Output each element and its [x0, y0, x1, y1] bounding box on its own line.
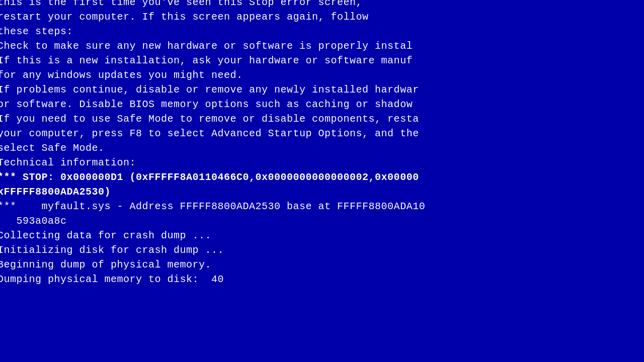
bsod-line-26: Initializing disk for crash dump ...	[0, 243, 425, 257]
bsod-line-9: If problems continue, disable or remove …	[0, 82, 425, 97]
bsod-line-22: 593a0a8c	[0, 214, 425, 228]
bsod-line-21: *** myfault.sys - Address FFFFF8800ADA25…	[0, 199, 425, 214]
bsod-screen: this is the first time you've seen this …	[0, 0, 644, 362]
bsod-line-15: Technical information:	[0, 155, 425, 170]
bsod-line-10: or software. Disable BIOS memory options…	[0, 97, 425, 112]
bsod-text-block: this is the first time you've seen this …	[0, 0, 425, 287]
bsod-line-2: restart your computer. If this screen ap…	[0, 10, 425, 24]
bsod-line-12: your computer, press F8 to select Advanc…	[0, 126, 425, 141]
bsod-line-11: If you need to use Safe Mode to remove o…	[0, 112, 425, 126]
bsod-line-18: xFFFFF8800ADA2530)	[0, 185, 425, 199]
bsod-line-17: *** STOP: 0x000000D1 (0xFFFFF8A0110466C0…	[0, 170, 425, 185]
bsod-line-1: this is the first time you've seen this …	[0, 0, 425, 10]
bsod-line-5: Check to make sure any new hardware or s…	[0, 39, 425, 53]
bsod-line-25: Collecting data for crash dump ...	[0, 228, 425, 243]
bsod-line-6: If this is a new installation, ask your …	[0, 53, 425, 68]
bsod-line-13: select Safe Mode.	[0, 141, 425, 155]
bsod-line-7: for any windows updates you might need.	[0, 68, 425, 82]
bsod-line-3: these steps:	[0, 24, 425, 39]
bsod-line-27: Beginning dump of physical memory.	[0, 257, 425, 272]
bsod-line-28: Dumping physical memory to disk: 40	[0, 272, 425, 287]
